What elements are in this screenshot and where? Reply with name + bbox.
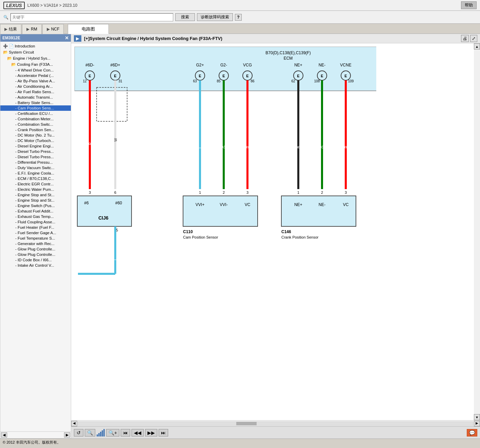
tree-item[interactable]: - Diesel Engine Engi...: [0, 143, 71, 149]
tree-item[interactable]: - Accelerator Pedal (...: [0, 73, 71, 78]
arrow-icon: ▶: [4, 27, 7, 32]
tree-item[interactable]: - Fluid Coupling Asse...: [0, 219, 71, 225]
svg-text:3: 3: [345, 190, 347, 195]
scroll-right-icon[interactable]: ▶: [64, 432, 70, 437]
tab-results[interactable]: ▶ 结果: [0, 24, 21, 34]
svg-text:3: 3: [246, 190, 248, 195]
search-input[interactable]: [11, 13, 173, 21]
svg-text:E: E: [297, 74, 299, 78]
tree-item[interactable]: - Combination Switc...: [0, 122, 71, 127]
tab-circuit[interactable]: 电路图: [68, 24, 109, 34]
tree-item[interactable]: - Engine Stop and St...: [0, 198, 71, 203]
tab-rm[interactable]: ▶ RM: [22, 24, 42, 34]
tree-item[interactable]: - Engine Switch (Pus...: [0, 203, 71, 208]
tree-item[interactable]: - Electric EGR Contr...: [0, 181, 71, 187]
tree-item[interactable]: - E.F.I. Engine Coola...: [0, 170, 71, 176]
tree-item[interactable]: - Glow Plug Controlle...: [0, 246, 71, 252]
zoom-in-button[interactable]: 🔍+: [106, 429, 119, 436]
tree-item[interactable]: - Engine Stop and St...: [0, 192, 71, 198]
tree-item[interactable]: - DC Motor (Turboch...: [0, 138, 71, 143]
tree-item[interactable]: - Electric Water Pum...: [0, 187, 71, 192]
tree-item[interactable]: - Fuel Temperature S...: [0, 236, 71, 241]
tree-item[interactable]: - Exhaust Fuel Addit...: [0, 208, 71, 214]
close-icon[interactable]: ✕: [65, 35, 69, 41]
help-icon[interactable]: ?: [235, 14, 242, 21]
tree-item[interactable]: - Diesel Turbo Press...: [0, 149, 71, 154]
tree-item[interactable]: - Air By-Pass Valve A...: [0, 78, 71, 84]
svg-text:#6: #6: [84, 201, 89, 205]
lexus-logo: LEXUS: [3, 2, 25, 9]
skip-end-button[interactable]: ⏭: [159, 429, 168, 436]
scroll-right-button[interactable]: ▶: [474, 421, 480, 426]
tree-item[interactable]: 📂 System Circuit: [0, 49, 71, 55]
tree-item[interactable]: - 4 Wheel Drive Con...: [0, 67, 71, 73]
svg-text:G: G: [320, 145, 324, 148]
tree-item[interactable]: 📂 Engine / Hybrid Sys...: [0, 55, 71, 61]
svg-text:63: 63: [193, 79, 197, 83]
svg-text:62: 62: [291, 79, 295, 83]
fault-search-button[interactable]: 诊断故障码搜索: [197, 13, 233, 21]
tree-item[interactable]: - Air Conditioning Ar...: [0, 84, 71, 89]
svg-text:NE+: NE+: [294, 63, 302, 67]
tree-item[interactable]: - Differential Pressu...: [0, 160, 71, 165]
svg-rect-65: [183, 196, 258, 226]
refresh-button[interactable]: ↺: [74, 429, 83, 436]
tab-ncf[interactable]: ▶ NCF: [42, 24, 64, 34]
tree-item[interactable]: - Fuel Sender Gage A...: [0, 230, 71, 236]
scroll-left-button[interactable]: ◀: [71, 421, 77, 426]
right-toolbar: 🖨 ⤢: [461, 35, 477, 42]
search-button[interactable]: 搜索: [175, 13, 195, 21]
svg-rect-71: [281, 196, 356, 226]
scroll-up-icon[interactable]: ▲: [474, 43, 480, 49]
tree-item[interactable]: 📂 Cooling Fan (F33A...: [0, 61, 71, 67]
print-button[interactable]: 🖨: [461, 35, 469, 42]
tab-rm-label: RM: [31, 27, 37, 32]
fullscreen-button[interactable]: ⤢: [470, 35, 477, 42]
tree-item[interactable]: - Intake Air Control V...: [0, 263, 71, 268]
svg-text:1: 1: [199, 190, 201, 195]
chat-button[interactable]: 💬: [467, 429, 477, 436]
tree-item[interactable]: - Diesel Turbo Press...: [0, 154, 71, 160]
tree-item[interactable]: - Battery State Sens...: [0, 100, 71, 105]
svg-text:85: 85: [217, 79, 221, 83]
bar3: [100, 432, 101, 436]
tree-item[interactable]: - Combination Meter...: [0, 116, 71, 122]
tree-item[interactable]: - Crank Position Sen...: [0, 127, 71, 133]
tree-item[interactable]: - Duty Vacuum Switc...: [0, 165, 71, 170]
search-icon: 🔍: [3, 15, 8, 20]
tree-item[interactable]: - Fuel Heater (Fuel F...: [0, 225, 71, 230]
svg-text:VCG: VCG: [243, 63, 252, 67]
scroll-left-icon[interactable]: ◀: [1, 432, 7, 437]
tree-item[interactable]: - Glow Plug Controlle...: [0, 252, 71, 257]
svg-text:ECM: ECM: [284, 56, 293, 61]
svg-text:W: W: [114, 138, 118, 142]
tree-container[interactable]: ➕ 📄 Introduction📂 System Circuit📂 Engine…: [0, 42, 71, 431]
tree-item[interactable]: ➕ 📄 Introduction: [0, 43, 71, 49]
tree-item[interactable]: - Exhaust Gas Temp...: [0, 214, 71, 219]
help-button[interactable]: 帮助: [461, 1, 477, 9]
tree-item[interactable]: - Cam Position Sens...: [0, 105, 71, 111]
svg-text:L: L: [114, 258, 118, 260]
diagram-area[interactable]: B70(D),C138(E),C139(F) ECM #6D- #6D+ E 1…: [71, 43, 474, 420]
tree-item[interactable]: - ECM / B70,C138,C...: [0, 176, 71, 181]
tree-item[interactable]: - Generator with Rec...: [0, 241, 71, 246]
next-button[interactable]: ▶▶: [145, 429, 157, 436]
prev-button[interactable]: ◀◀: [132, 429, 144, 436]
tree-item[interactable]: - Certification ECU /...: [0, 111, 71, 116]
zoom-out-button[interactable]: 🔍: [85, 429, 95, 436]
svg-text:E: E: [88, 74, 91, 78]
scroll-down-icon[interactable]: ▼: [474, 414, 480, 420]
tree-item[interactable]: - Air Fuel Ratio Sens...: [0, 89, 71, 95]
tree-item[interactable]: - Automatic Transmi...: [0, 95, 71, 100]
svg-text:#6D-: #6D-: [85, 63, 94, 67]
tree-item[interactable]: - ID Code Box / I66...: [0, 257, 71, 263]
tree-item[interactable]: - DC Motor (No. 2 Tu...: [0, 133, 71, 138]
svg-text:VVI+: VVI+: [196, 202, 204, 207]
svg-text:G: G: [222, 145, 226, 148]
bar2: [98, 433, 100, 436]
expand-button[interactable]: ▶: [74, 35, 81, 42]
horizontal-scrollbar[interactable]: ◀ ▶: [71, 420, 480, 426]
skip-start-button[interactable]: ⏮: [121, 429, 130, 436]
scroll-thumb[interactable]: [236, 422, 257, 425]
scroll-track[interactable]: [78, 422, 473, 426]
